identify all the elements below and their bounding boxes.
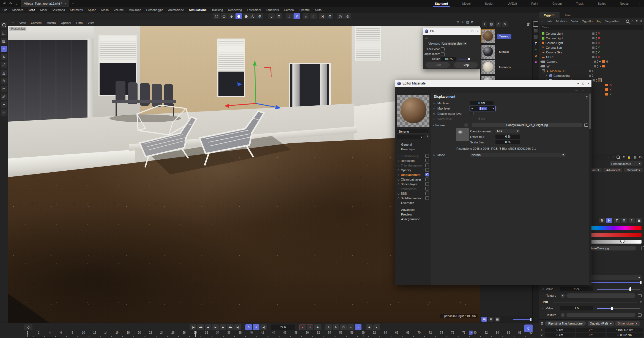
close-tab-icon[interactable]: × [65,2,67,5]
vfb-detail-slider[interactable] [458,59,469,59]
menu-file[interactable]: File [0,8,10,12]
render-enabled-icon[interactable]: ✓ [598,46,600,49]
volumetrics-checkbox[interactable] [425,187,429,190]
camera-tag-icon[interactable] [602,60,605,63]
texture-file-icon[interactable] [584,124,588,127]
menu-estensioni[interactable]: Estensioni [244,8,263,12]
displacement-checkbox[interactable] [425,173,429,176]
object-row-corona-sun[interactable]: ☀ Corona Sun ✓ [539,45,644,50]
snap-drop-icon[interactable]: ◊ [310,13,317,19]
color-mode-hex-icon[interactable]: # [629,218,635,223]
vp-menu-filtro[interactable]: Filtro [73,21,85,24]
mode-dropdown[interactable]: Normal ▾ [470,153,566,157]
render-enabled-icon[interactable]: ✓ [598,50,600,54]
vp-menu-vista[interactable]: Vista [85,21,97,24]
coords-mode-dropdown[interactable]: Oggetto (Rel) ▾ [588,321,614,326]
key-diamond-icon[interactable]: ◇ [542,288,544,290]
thin-absorption-checkbox[interactable] [425,163,429,167]
menu-mesh[interactable]: Mesh [99,8,111,12]
mode-model-icon[interactable]: ⬡ [221,13,227,19]
prev-frame-button[interactable]: ◀| [205,324,211,330]
mode-texture-icon[interactable]: ⬗ [228,13,235,19]
vfb-titlebar[interactable]: Ch... − □ × [423,28,481,35]
ior-value-slider[interactable] [597,308,640,309]
autokey-button[interactable]: A [307,324,313,330]
material-grid-view-icon[interactable]: ⊞ [488,317,494,322]
offset-blur-field[interactable]: 0 % [495,135,520,139]
vfb-detail-field[interactable]: 100 % [441,57,456,61]
editor-toggle[interactable] [592,32,594,35]
editor-back-icon[interactable]: ← [575,88,578,92]
om-home-icon[interactable]: ⌂ [631,19,633,23]
ior-help[interactable]: ? [640,301,642,304]
key-diamond-icon[interactable]: ◇ [542,307,544,310]
om-hamburger-icon[interactable]: ☰ [539,20,546,23]
material-large-view-icon[interactable]: ▦ [495,317,500,322]
menu-rendering[interactable]: Rendering [226,8,245,12]
render-disabled-icon[interactable]: ✕ [598,41,600,45]
color-mode-r[interactable]: R [599,218,605,223]
measure-tool-icon[interactable]: ⌖ [1,102,7,108]
channel-clearcoat[interactable]: ◇Clearcoat layer [395,177,431,182]
object-search[interactable] [540,25,643,30]
grid-icon[interactable]: # [286,13,293,19]
next-key-button[interactable]: ◆▶ [227,324,234,330]
material-item-intonaco[interactable]: Intonaco [480,59,533,75]
fcurves-button[interactable]: ↯ [524,325,533,332]
menu-crea[interactable]: Crea [26,8,38,12]
menu-volume[interactable]: Volume [111,8,126,12]
material-editor-titlebar[interactable]: Editor Materiale − □ × [395,80,591,87]
min-level-field[interactable]: 0 cm [470,101,494,105]
om-menu-segnalibri[interactable]: Segnalibri [603,20,621,23]
material-size-slider[interactable] [513,319,531,320]
snap-3d-icon[interactable]: ◈ [303,13,309,19]
vfb-hamburger-icon[interactable]: ☰ [425,36,428,40]
workspace-script[interactable]: Script [591,0,613,7]
channel-base-layer[interactable]: Base layer [395,147,431,151]
download-icon[interactable]: ⇩ [461,20,464,24]
magic-icon[interactable]: ✳ [533,47,538,52]
vp-menu-camere[interactable]: Camere [28,21,44,24]
crosshair-icon[interactable]: ⌖ [599,60,601,63]
object-row-corona-light-2[interactable]: Corona Light ✕ [539,36,644,40]
expand-icon[interactable]: + [545,74,548,77]
object-row-corona-sky[interactable]: ☁ Corona Sky ✓ [539,50,644,54]
object-row-w-camera[interactable]: W ⌖ [539,64,644,69]
channel-refraction[interactable]: ◇Refraction [395,158,431,163]
record-button[interactable]: ● [299,324,306,330]
attr-filter-icon[interactable]: ≡ [623,155,624,159]
height-texture-field[interactable]: SandyGravel01_2K_Height.jpg [472,123,583,127]
om-filter-icon[interactable]: ≡ [635,19,637,23]
workspace-groom[interactable]: Groom [545,0,569,7]
reflection-value-field[interactable]: 75 % [560,287,593,291]
texture-tag-icon[interactable] [598,78,602,82]
help-icon[interactable]: ? [586,96,588,99]
material-sphere-icon[interactable]: ◍ [489,21,494,27]
rotate-tool-icon[interactable]: ↻ [1,54,7,60]
max-level-spinner[interactable]: ◀ 1 cm ▶ [470,106,496,111]
texture-expand-icon[interactable]: › [433,124,434,127]
viewport-search-icon[interactable] [1,22,7,28]
om-menu-modifica[interactable]: Modifica [554,20,569,23]
workspace-paint[interactable]: Paint [524,0,545,7]
object-search-input[interactable] [540,26,635,29]
channel-self-illumination[interactable]: ◇Self-Illumination [395,196,431,200]
magnet-settings-icon[interactable]: ⚙ [276,13,282,19]
editor-forward-icon[interactable]: → [581,88,584,92]
glass-cube-icon[interactable]: ⬛ [533,35,538,39]
workspace-nodes[interactable]: Nodes [613,0,636,7]
vfb-close-icon[interactable]: × [477,29,478,33]
workspace-menu-icon[interactable]: ⋮ [638,1,641,5]
keyframe-diamond-button[interactable]: ◇ [24,324,32,330]
vfb-stop-button[interactable]: Stop [454,62,478,68]
brush-tool-icon[interactable]: 🖉 [1,94,7,100]
prev-key-button[interactable]: ◀◆ [197,324,204,330]
color-mode-t[interactable]: T [614,218,620,223]
object-row-camera[interactable]: Camera ⌖⊘ [539,59,644,64]
sss-checkbox[interactable] [425,192,429,195]
mode-polygon-icon[interactable]: ⬢ [235,13,242,19]
object-row-modello-3d[interactable]: + ▲ Modello 3D [539,69,644,73]
tab-oggetti[interactable]: Oggetti [539,12,560,18]
attr-mode-dropdown[interactable]: Personalizzato ▾ [610,161,642,166]
editor-scrollbar[interactable] [589,94,591,284]
